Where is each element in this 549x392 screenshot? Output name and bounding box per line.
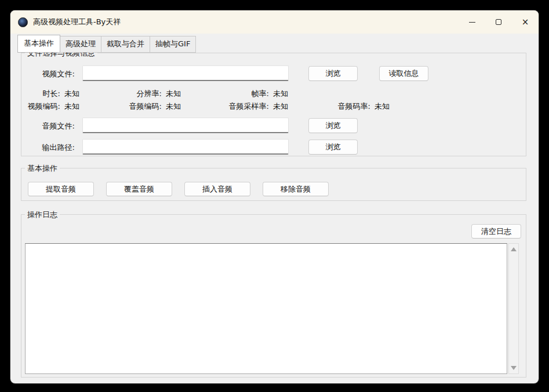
audio-browse-button[interactable]: 浏览 bbox=[308, 118, 358, 133]
app-window: 高级视频处理工具-By天祥 × 基本操作 高级处理 截取与合并 抽帧与GIF 文… bbox=[10, 10, 539, 383]
video-file-label: 视频文件: bbox=[24, 69, 75, 79]
basic-operations-group-title: 基本操作 bbox=[25, 163, 60, 174]
log-textarea[interactable] bbox=[25, 243, 507, 374]
scroll-up-icon[interactable] bbox=[511, 247, 517, 251]
tab-cut-and-merge[interactable]: 截取与合并 bbox=[101, 36, 150, 53]
minimize-icon bbox=[469, 22, 475, 23]
title-bar[interactable]: 高级视频处理工具-By天祥 × bbox=[10, 10, 539, 34]
minimize-button[interactable] bbox=[459, 10, 485, 34]
tab-advanced-processing[interactable]: 高级处理 bbox=[60, 36, 101, 53]
tab-frames-and-gif[interactable]: 抽帧与GIF bbox=[150, 36, 196, 53]
video-codec-label: 视频编码: bbox=[10, 101, 60, 112]
audio-file-label: 音频文件: bbox=[24, 121, 75, 131]
app-icon bbox=[18, 17, 28, 27]
resolution-label: 分辨率: bbox=[75, 89, 162, 99]
audio-bitrate-value: 未知 bbox=[375, 101, 390, 112]
operation-log-group: 操作日志 清空日志 bbox=[21, 214, 526, 378]
output-path-label: 输出路径: bbox=[24, 142, 75, 153]
framerate-value: 未知 bbox=[273, 89, 288, 99]
close-icon: × bbox=[522, 18, 529, 27]
basic-operations-group: 基本操作 提取音频 覆盖音频 插入音频 移除音频 bbox=[21, 168, 526, 201]
window-content: 基本操作 高级处理 截取与合并 抽帧与GIF 文件选择与视频信息 视频文件: 浏… bbox=[10, 34, 539, 383]
read-info-button[interactable]: 读取信息 bbox=[379, 66, 428, 81]
log-scrollbar[interactable] bbox=[508, 243, 519, 374]
scroll-down-icon[interactable] bbox=[511, 366, 517, 370]
remove-audio-button[interactable]: 移除音频 bbox=[263, 182, 329, 196]
duration-label: 时长: bbox=[10, 89, 60, 99]
framerate-label: 帧率: bbox=[182, 89, 269, 99]
output-browse-button[interactable]: 浏览 bbox=[308, 140, 358, 155]
audio-bitrate-label: 音频码率: bbox=[283, 101, 370, 112]
maximize-button[interactable] bbox=[485, 10, 512, 34]
close-button[interactable]: × bbox=[512, 10, 539, 34]
video-file-input[interactable] bbox=[82, 65, 289, 81]
clear-log-button[interactable]: 清空日志 bbox=[471, 224, 521, 239]
maximize-icon bbox=[496, 19, 501, 25]
operation-log-group-title: 操作日志 bbox=[25, 210, 60, 220]
insert-audio-button[interactable]: 插入音频 bbox=[184, 182, 250, 196]
overwrite-audio-button[interactable]: 覆盖音频 bbox=[106, 182, 172, 196]
video-browse-button[interactable]: 浏览 bbox=[308, 66, 358, 81]
sample-rate-label: 音频采样率: bbox=[182, 101, 269, 112]
audio-file-input[interactable] bbox=[82, 118, 289, 133]
file-info-group: 文件选择与视频信息 视频文件: 浏览 读取信息 时长: 未知 分辨率: 未知 帧… bbox=[21, 53, 526, 156]
audio-codec-label: 音频编码: bbox=[75, 101, 162, 112]
window-title: 高级视频处理工具-By天祥 bbox=[33, 17, 121, 27]
extract-audio-button[interactable]: 提取音频 bbox=[28, 182, 94, 196]
window-controls: × bbox=[459, 10, 539, 34]
tab-bar: 基本操作 高级处理 截取与合并 抽帧与GIF bbox=[17, 35, 195, 53]
audio-codec-value: 未知 bbox=[166, 101, 181, 112]
output-path-input[interactable] bbox=[82, 139, 289, 155]
resolution-value: 未知 bbox=[166, 89, 181, 99]
tab-basic-operations[interactable]: 基本操作 bbox=[17, 35, 60, 53]
